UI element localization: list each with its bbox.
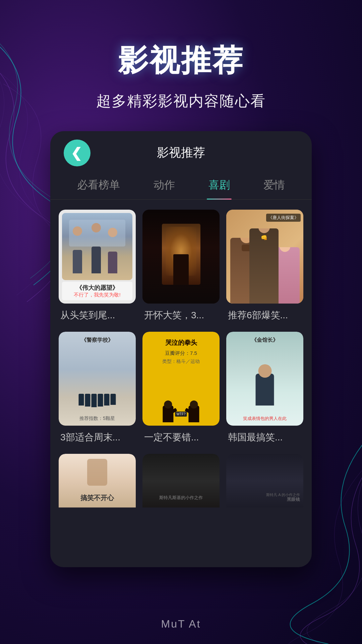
thumb-6-top-label: 《金馆长》 [251, 337, 278, 344]
card-item-9[interactable]: 黑眼镜 斯特凡 A 的小作之作 [226, 454, 303, 507]
card-item-1[interactable]: 《伟大的愿望》 不行了，我先笑为敬! 从头笑到尾... [59, 210, 136, 322]
tab-comedy[interactable]: 喜剧 [198, 171, 240, 199]
card-item-4[interactable]: 《警察学校》 推荐指数：5颗星 [59, 332, 136, 444]
card-item-5[interactable]: 哭泣的拳头 豆瓣评分：7.5 类型：格斗／运动 WTF? [142, 332, 220, 444]
thumbnail-9: 黑眼镜 斯特凡 A 的小作之作 [226, 454, 303, 507]
thumbnail-2 [142, 210, 220, 304]
thumb-6-bottom-label: 笑成表情包的男人在此 [226, 416, 303, 422]
card-title: 影视推荐 [157, 145, 205, 161]
thumbnail-3: 《唐人街探案》 👊 [226, 210, 303, 304]
thumb-4-subtitle: 推荐指数：5颗星 [79, 416, 115, 422]
back-button[interactable]: ❮ [64, 140, 90, 166]
thumb-5-genre: 类型：格斗／运动 [162, 359, 200, 365]
top-section: 影视推荐 超多精彩影视内容随心看 [0, 0, 362, 111]
content-grid-row2: 《警察学校》 推荐指数：5颗星 [50, 332, 312, 444]
card-item-7[interactable]: 搞笑不开心 [59, 454, 136, 507]
thumb-5-score: 豆瓣评分：7.5 [165, 350, 197, 357]
thumb-4-title: 《警察学校》 [81, 337, 113, 344]
phone-card: ❮ 影视推荐 必看榜单 动作 喜剧 爱情 [50, 131, 312, 567]
thumbnail-8: 斯特凡斯基的小作之作 [142, 454, 220, 507]
thumb-5-title: 哭泣的拳头 [165, 338, 197, 347]
sub-title: 超多精彩影视内容随心看 [0, 91, 362, 111]
back-arrow-icon: ❮ [71, 146, 82, 160]
thumbnail-1: 《伟大的愿望》 不行了，我先笑为敬! [59, 210, 136, 304]
card-caption-1: 从头笑到尾... [59, 309, 136, 322]
content-grid-row1: 《伟大的愿望》 不行了，我先笑为敬! 从头笑到尾... [50, 210, 312, 322]
main-title: 影视推荐 [0, 40, 362, 81]
thumbnail-6: 《金馆长》 笑成表情包的男人在此 [226, 332, 303, 426]
thumb-1-subtitle: 不行了，我先笑为敬! [65, 292, 130, 298]
thumbnail-7: 搞笑不开心 [59, 454, 136, 507]
thumb-3-label: 《唐人街探案》 [266, 214, 301, 222]
thumb-7-text: 搞笑不开心 [80, 493, 114, 502]
tab-action[interactable]: 动作 [143, 171, 185, 199]
card-header: ❮ 影视推荐 [50, 131, 312, 171]
tab-bar: 必看榜单 动作 喜剧 爱情 [50, 171, 312, 200]
bottom-text: MuT At [161, 618, 201, 630]
card-item-8[interactable]: 斯特凡斯基的小作之作 [142, 454, 220, 507]
card-item-6[interactable]: 《金馆长》 笑成表情包的男人在此 韩国最搞笑... [226, 332, 303, 444]
tab-romance[interactable]: 爱情 [253, 171, 295, 199]
content-grid-row3: 搞笑不开心 斯特凡斯基的小作之作 黑眼镜 斯特凡 A 的小作之作 [50, 454, 312, 507]
card-item-2[interactable]: 开怀大笑，3... [142, 210, 220, 322]
card-item-3[interactable]: 《唐人街探案》 👊 [226, 210, 303, 322]
thumbnail-5: 哭泣的拳头 豆瓣评分：7.5 类型：格斗／运动 WTF? [142, 332, 220, 426]
card-caption-2: 开怀大笑，3... [142, 309, 220, 322]
card-caption-3: 推荐6部爆笑... [226, 309, 303, 322]
thumbnail-4: 《警察学校》 推荐指数：5颗星 [59, 332, 136, 426]
tab-must-watch[interactable]: 必看榜单 [67, 171, 130, 199]
card-caption-5: 一定不要错... [142, 431, 220, 444]
thumb-1-title: 《伟大的愿望》 [65, 284, 130, 292]
card-caption-6: 韩国最搞笑... [226, 431, 303, 444]
bottom-nav: MuT At [0, 604, 362, 644]
card-caption-4: 3部适合周末... [59, 431, 136, 444]
